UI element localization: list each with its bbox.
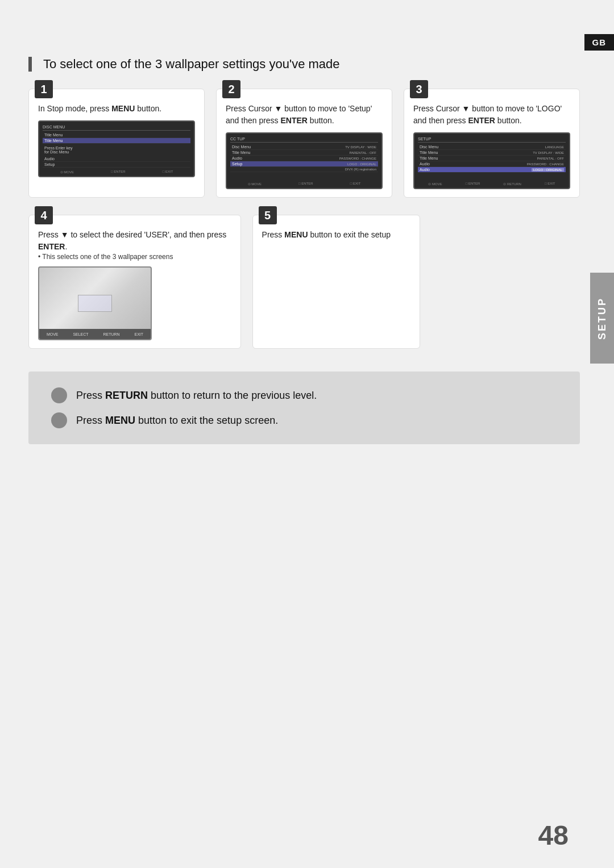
- wallpaper-inner-rect: [78, 295, 112, 312]
- screen2-row1: Disc Menu TV DISPLAY : WIDE: [230, 144, 378, 150]
- step-1-box: 1 In Stop mode, press MENU button. DISC …: [28, 89, 205, 198]
- step-3-text: Press Cursor ▼ button to move to 'LOGO' …: [413, 103, 570, 127]
- screen1-header: DISC MENU: [43, 125, 190, 131]
- step-5-box: 5 Press MENU button to exit the setup: [252, 215, 420, 349]
- step-4-number: 4: [35, 206, 53, 224]
- wallpaper-footer-exit: EXIT: [134, 332, 143, 336]
- step-3-screen: SETUP Disc Menu LANGUAGE Title Menu TV D…: [413, 132, 570, 189]
- screen2-row5: DIVX (R) registration: [230, 167, 378, 172]
- screen1-center: Press Enter keyfor Disc Menu: [44, 146, 189, 154]
- bottom-spacer: [432, 215, 580, 349]
- page-number: 48: [538, 820, 569, 851]
- step-2-number: 2: [222, 80, 240, 98]
- info-line-1: Press RETURN button to return to the pre…: [51, 387, 557, 403]
- step-4-note: • This selects one of the 3 wallpaper sc…: [38, 253, 231, 261]
- steps-top-row: 1 In Stop mode, press MENU button. DISC …: [28, 89, 580, 198]
- wallpaper-footer-move: MOVE: [47, 332, 59, 336]
- section-title: To select one of the 3 wallpaper setting…: [28, 57, 580, 72]
- step-2-box: 2 Press Cursor ▼ button to move to 'Setu…: [216, 89, 392, 198]
- screen1-row4: Setup: [43, 162, 190, 168]
- screen3-row2: Title Menu TV DISPLAY : WIDE: [418, 150, 566, 156]
- wallpaper-preview: MOVE SELECT RETURN EXIT: [38, 266, 152, 340]
- step-4-text: Press ▼ to select the desired 'USER', an…: [38, 229, 231, 253]
- screen1-row1: Title Menu: [43, 132, 190, 138]
- step-1-number: 1: [35, 80, 53, 98]
- info-text-1: Press RETURN button to return to the pre…: [76, 390, 317, 402]
- wallpaper-footer-select: SELECT: [73, 332, 88, 336]
- step-2-text: Press Cursor ▼ button to move to 'Setup'…: [226, 103, 383, 127]
- screen3-row4: Audio PASSWORD : CHANGE: [418, 161, 566, 167]
- bottom-info: Press RETURN button to return to the pre…: [28, 372, 580, 444]
- screen1-row2: Title Menu: [43, 138, 190, 144]
- screen2-header: CC TUP: [230, 137, 378, 143]
- gb-tab: GB: [584, 34, 615, 51]
- screen2-row4: Setup LOGO : ORIGINAL: [230, 161, 378, 167]
- info-text-2: Press MENU button to exit the setup scre…: [76, 415, 278, 427]
- step-5-text: Press MENU button to exit the setup: [262, 229, 410, 241]
- steps-bottom-row: 4 Press ▼ to select the desired 'USER', …: [28, 215, 580, 349]
- info-dot-1: [51, 387, 67, 403]
- step-2-screen: CC TUP Disc Menu TV DISPLAY : WIDE Title…: [226, 132, 383, 189]
- wallpaper-footer-return: RETURN: [103, 332, 119, 336]
- setup-tab: SETUP: [590, 273, 614, 364]
- info-dot-2: [51, 412, 67, 428]
- step-4-box: 4 Press ▼ to select the desired 'USER', …: [28, 215, 241, 349]
- step-4-content: • This selects one of the 3 wallpaper sc…: [38, 253, 231, 340]
- screen3-row1: Disc Menu LANGUAGE: [418, 144, 566, 150]
- screen2-row3: Audio PASSWORD : CHANGE: [230, 156, 378, 161]
- screen3-footer: ⊙ MOVE □ ENTER ⊙ RETURN □ EXIT: [417, 182, 567, 186]
- screen2-row2: Title Menu PARENTAL : OFF: [230, 150, 378, 156]
- main-content: To select one of the 3 wallpaper setting…: [28, 57, 580, 811]
- screen3-row3: Title Menu PARENTAL : OFF: [418, 156, 566, 161]
- info-line-2: Press MENU button to exit the setup scre…: [51, 412, 557, 428]
- screen1-footer: ⊙ MOVE □ ENTER □ EXIT: [42, 170, 192, 174]
- step-1-text: In Stop mode, press MENU button.: [38, 103, 195, 115]
- screen2-footer: ⊙ MOVE □ ENTER □ EXIT: [229, 182, 379, 186]
- step-3-number: 3: [410, 80, 428, 98]
- step-3-box: 3 Press Cursor ▼ button to move to 'LOGO…: [404, 89, 580, 198]
- step-5-number: 5: [259, 206, 277, 224]
- screen3-header: SETUP: [418, 137, 566, 143]
- screen1-row3: Audio: [43, 156, 190, 162]
- step-1-screen: DISC MENU Title Menu Title Menu Press En…: [38, 120, 195, 177]
- wallpaper-footer: MOVE SELECT RETURN EXIT: [39, 329, 151, 339]
- screen3-row5: Audio LOGO : ORIGINAL: [418, 167, 566, 173]
